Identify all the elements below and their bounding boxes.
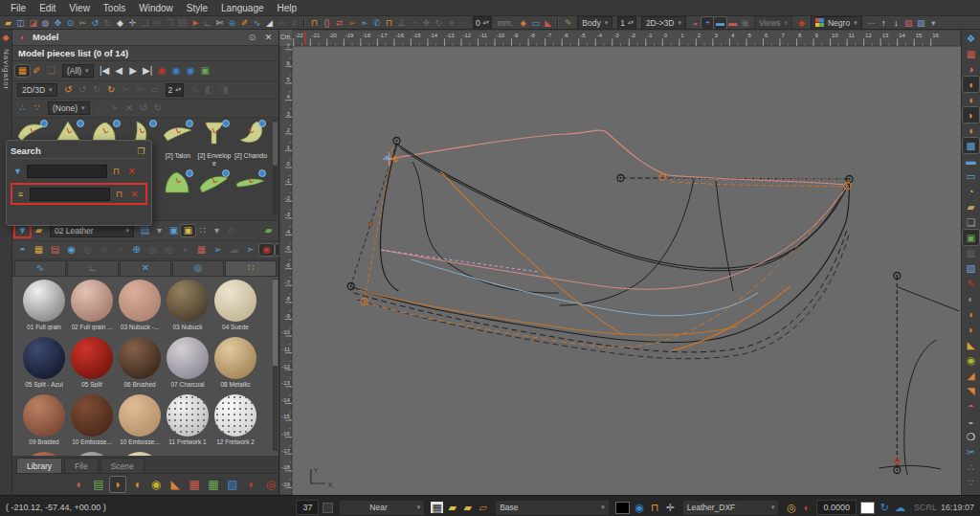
pieces-grid-view-icon[interactable]: ▦ (15, 65, 30, 77)
close-panel-icon[interactable]: ✕ (262, 32, 275, 43)
material-partial[interactable] (20, 452, 68, 456)
last-view-icon[interactable]: ◐ (72, 477, 87, 492)
annotate-tool-icon[interactable]: ✎ (562, 17, 574, 29)
swap-piece-icon[interactable]: ⇄ (147, 84, 162, 96)
material-02-full-grain-[interactable]: 02 Full grain ... (68, 280, 116, 335)
rotate-piece-left-2-icon[interactable]: ↺ (76, 84, 90, 96)
toolbar-overflow-icon[interactable]: ▾ (927, 17, 940, 29)
dock-search-icon[interactable]: ❐ (135, 146, 147, 157)
piece-thumb[interactable] (233, 169, 269, 217)
piece-thumb[interactable] (196, 169, 233, 217)
filter-materials-icon[interactable]: ▼ (15, 225, 30, 236)
piece-thumb[interactable]: [2] Envelope (196, 120, 233, 168)
braces-icon[interactable]: {} (321, 17, 333, 29)
zoom-tool-icon[interactable]: ⊙ (64, 17, 77, 29)
lock-orange-icon[interactable]: ⊓ (308, 17, 321, 29)
tab-stitch-icon[interactable]: ∿ (14, 260, 66, 276)
undo-link-icon[interactable]: ↺ (137, 102, 151, 114)
mirror-piece-2-icon[interactable]: ◨ (216, 84, 231, 96)
multi-view-icon[interactable]: ▣ (739, 17, 751, 29)
undo-icon[interactable]: ↺ (89, 17, 101, 29)
scissors-blue-icon[interactable]: ✂ (963, 444, 979, 460)
material-03-nubuck-[interactable]: 03 Nubuck -... (116, 280, 164, 335)
last-piece-icon[interactable]: ▶| (141, 65, 155, 77)
show-all-pieces-icon[interactable]: ◉ (184, 65, 198, 77)
image-green-icon[interactable]: ▣ (963, 230, 979, 245)
avatar-preview-icon[interactable]: ◗ (178, 244, 192, 256)
heel-view-icon[interactable]: ◣ (167, 477, 183, 492)
save-file-icon[interactable]: ◫ (14, 17, 27, 29)
pattern-view-icon[interactable]: ▤ (91, 477, 106, 492)
flip-vertical-icon[interactable]: ◒ (689, 17, 702, 29)
tab-edge-icon[interactable]: ∟ (67, 260, 119, 276)
piece-thumb[interactable]: [2] Talon (160, 120, 196, 168)
material-05-split-azul[interactable]: 05 Split - Azul (20, 337, 68, 393)
library-caret-icon[interactable]: ▾ (152, 225, 167, 236)
cloud-materials-icon[interactable]: ☁ (227, 244, 241, 256)
more-options-icon[interactable]: ⋯ (865, 17, 878, 29)
material-05-split[interactable]: 05 Split (68, 337, 116, 393)
open-material-folder-icon[interactable]: ▰ (261, 225, 276, 236)
last-tool-icon[interactable]: ◣ (542, 17, 554, 29)
piece-thumb[interactable]: [2] Chando (233, 120, 269, 168)
menu-item-tools[interactable]: Tools (97, 3, 132, 13)
shoe-status-icon[interactable]: ◐ (800, 502, 813, 513)
sole-tool-3-icon[interactable]: ◗ (963, 107, 979, 123)
shoe-red-blue-icon[interactable]: ◓ (963, 398, 979, 414)
move-down-icon[interactable]: ↓ (890, 17, 902, 29)
material-partial[interactable] (116, 452, 164, 456)
pin-panel-icon[interactable]: ⊙ (246, 32, 258, 43)
flip-vertical-2-icon[interactable]: ◓ (702, 17, 714, 29)
sole-view-icon[interactable]: ◖ (129, 477, 145, 492)
settings-wrench-icon[interactable]: ✛ (664, 502, 677, 513)
align-nodes-icon[interactable]: ∴ (15, 102, 30, 114)
split-piece-icon[interactable]: ✄ (133, 84, 147, 96)
sole-tool-1-icon[interactable]: ◖ (963, 77, 979, 92)
pin-tool-icon[interactable]: ➤ (189, 17, 201, 29)
pieces-scrollbar[interactable] (273, 120, 278, 215)
tools-icon[interactable]: ✛ (126, 17, 139, 29)
clear-search-icon[interactable]: ✕ (125, 166, 138, 177)
sole-tool-4-icon[interactable]: ◖ (963, 123, 979, 138)
tab-file[interactable]: File (64, 458, 99, 473)
dots-caret-icon[interactable]: ▾ (210, 225, 224, 236)
align-nodes-2-icon[interactable]: ∵ (30, 102, 44, 114)
move-up-icon[interactable]: ↑ (878, 17, 890, 29)
link-tool-icon[interactable]: ∞ (276, 17, 288, 29)
lock-file-icon[interactable]: ◍ (39, 17, 52, 29)
heel-orange-icon[interactable]: ◢ (963, 368, 979, 383)
material-06-brushed[interactable]: 06 Brushed (116, 337, 164, 393)
body-select[interactable]: Body▾ (577, 16, 612, 30)
menu-item-edit[interactable]: Edit (33, 3, 62, 13)
blade-tool-icon[interactable]: ◢ (263, 17, 276, 29)
copy-icon[interactable]: ❏ (139, 17, 151, 29)
rotate-piece-right-icon[interactable]: ↻ (90, 84, 104, 96)
piece-quantity-spinner[interactable]: 2▴▾ (166, 83, 185, 97)
material-11-fretwork-1[interactable]: 11 Fretwork 1 (164, 394, 212, 450)
nodes-blue-2-icon[interactable]: ∵ (963, 475, 979, 490)
material-01-full-grain[interactable]: 01 Full grain (20, 280, 68, 335)
clear-list-icon[interactable]: ✕ (128, 189, 141, 200)
search-list-input[interactable] (30, 188, 110, 201)
sole-tool-2-icon[interactable]: ◖ (963, 92, 979, 107)
add-layer-icon[interactable]: ▧ (902, 17, 915, 29)
search-filter-input[interactable] (27, 165, 107, 178)
material-ring-2-icon[interactable]: ○ (113, 244, 127, 256)
material-library-icon[interactable]: ▤ (138, 225, 152, 236)
focus-material-icon[interactable]: ◉ (259, 244, 274, 256)
lock-orange-2-icon[interactable]: ⊓ (383, 17, 395, 29)
cursor-red-icon[interactable]: ➢ (345, 17, 358, 29)
mode-2d3d-select[interactable]: 2D->3D▾ (641, 16, 686, 30)
piece-image-icon[interactable]: ▣ (198, 65, 212, 77)
uv-grid-icon[interactable]: ▦ (194, 244, 209, 256)
filter-none-select[interactable]: (None)▾ (48, 101, 90, 115)
rotate-piece-left-icon[interactable]: ↺ (61, 84, 76, 96)
delete-link-icon[interactable]: ✕ (122, 102, 137, 114)
pattern-drawing[interactable]: Cm.-22-21-20-19-18-17-16-15-14-13-12-11-… (279, 30, 961, 495)
white-color-swatch[interactable] (860, 502, 875, 514)
tab-scene[interactable]: Scene (100, 458, 145, 473)
material-ring-1-icon[interactable]: ○ (97, 244, 111, 256)
snap-55-icon[interactable]: §§ (176, 17, 189, 29)
material-04-suede[interactable]: 04 Suede (212, 280, 259, 335)
unlock-icon-2[interactable]: ⊓ (113, 189, 125, 200)
